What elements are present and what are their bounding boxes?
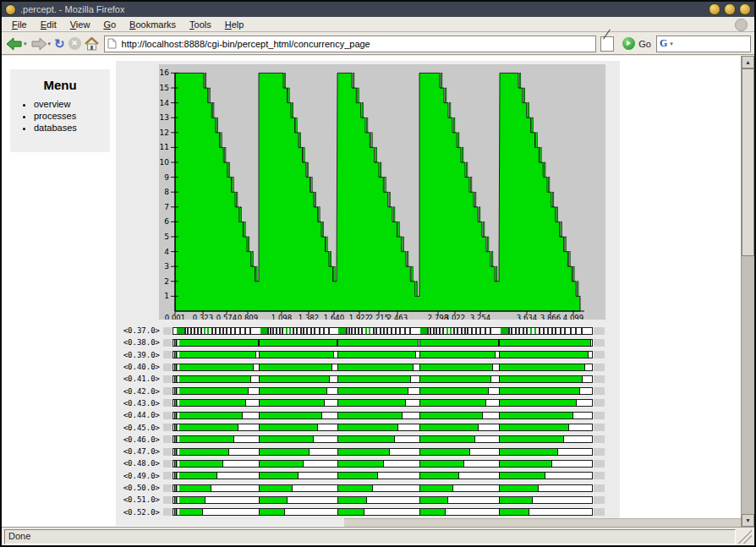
menu-edit[interactable]: Edit (34, 19, 63, 30)
activity-bar[interactable] (173, 412, 593, 419)
search-engine-caret[interactable]: ▾ (670, 41, 673, 47)
sidebar-item-overview[interactable]: overview (34, 99, 110, 109)
activity-tick (433, 328, 435, 334)
start-sliver (174, 364, 177, 370)
activity-bar[interactable] (173, 327, 593, 335)
activity-bar[interactable] (173, 387, 593, 395)
run-segment (337, 352, 416, 358)
forward-arrow-icon (30, 37, 47, 51)
svg-text:4.099: 4.099 (563, 314, 583, 320)
search-bar[interactable]: G ▾ (656, 36, 751, 52)
search-input[interactable] (675, 37, 756, 51)
reload-button[interactable]: ↻ (53, 35, 66, 53)
close-button[interactable] (739, 3, 751, 15)
run-segment (499, 473, 545, 479)
activity-bar[interactable] (173, 375, 593, 383)
activity-bar[interactable] (173, 484, 593, 492)
home-button[interactable] (84, 35, 100, 53)
activity-tick (375, 328, 377, 334)
run-segment (419, 376, 491, 382)
activity-tick (471, 328, 473, 334)
activity-bar[interactable] (173, 472, 593, 479)
run-segment (259, 424, 317, 430)
start-sliver (174, 485, 177, 491)
sidebar-item-databases[interactable]: databases (34, 123, 110, 133)
vertical-scrollbar[interactable]: ▲ ▼ (741, 56, 754, 527)
process-row: <0.48.0> (116, 457, 620, 469)
activity-tick (464, 328, 466, 334)
activity-tick (286, 328, 288, 334)
activity-bar[interactable] (173, 424, 593, 431)
horizontal-scroll-strip[interactable] (344, 518, 741, 527)
menu-go[interactable]: Go (96, 19, 123, 30)
forward-dropdown-caret[interactable]: ▾ (48, 41, 52, 47)
process-id-label: <0.46.0> (116, 435, 163, 444)
url-bar[interactable] (104, 36, 597, 52)
menu-file[interactable]: File (5, 19, 34, 30)
url-dropdown-button[interactable] (600, 36, 614, 52)
scroll-up-button[interactable]: ▲ (742, 56, 754, 68)
activity-tick (303, 328, 304, 334)
run-segment (499, 509, 529, 515)
run-segment (337, 509, 364, 515)
stop-button[interactable]: ✕ (68, 35, 82, 53)
activity-bar[interactable] (173, 435, 593, 443)
scroll-down-button[interactable]: ▼ (742, 514, 754, 527)
activity-tick (328, 328, 330, 334)
activity-tick (439, 328, 441, 334)
menu-view[interactable]: View (63, 19, 97, 30)
activity-tick (511, 328, 512, 334)
activity-bar[interactable] (173, 448, 593, 456)
page-content: Menu overview processes databases 123456… (2, 56, 754, 527)
url-input[interactable] (120, 37, 594, 51)
back-dropdown-caret[interactable]: ▾ (24, 41, 27, 47)
menu-bookmarks[interactable]: Bookmarks (123, 19, 183, 30)
sidebar-item-processes[interactable]: processes (34, 111, 110, 121)
back-arrow-icon (6, 37, 23, 51)
sidebar-title: Menu (10, 78, 110, 92)
run-segment (259, 461, 304, 467)
maximize-button[interactable] (724, 3, 736, 15)
process-id-label: <0.45.0> (116, 424, 163, 432)
activity-bar[interactable] (173, 351, 593, 358)
activity-bar[interactable] (173, 399, 593, 407)
back-button[interactable]: ▾ (5, 35, 28, 53)
process-row: <0.49.0> (116, 470, 620, 482)
process-row: <0.44.0> (116, 409, 620, 421)
activity-tick (575, 328, 577, 334)
activity-bar[interactable] (173, 364, 593, 371)
activity-tick (446, 328, 448, 334)
go-button[interactable]: Go (622, 37, 651, 50)
run-segment (259, 352, 334, 358)
activity-bar[interactable] (173, 460, 593, 468)
row-right-cap (594, 339, 605, 347)
menu-tools[interactable]: Tools (183, 19, 218, 30)
scrollbar-thumb[interactable] (742, 68, 754, 256)
start-sliver (174, 388, 177, 394)
run-segment (499, 352, 588, 358)
start-notch (178, 340, 179, 346)
activity-bar[interactable] (173, 496, 593, 504)
svg-text:15: 15 (160, 84, 169, 92)
activity-tick (530, 328, 532, 334)
run-segment (176, 449, 229, 455)
row-right-cap (594, 496, 605, 504)
activity-bar[interactable] (173, 508, 593, 516)
process-row: <0.52.0> (116, 506, 620, 517)
row-left-cap (163, 412, 172, 419)
firefox-app-icon (5, 4, 16, 15)
run-segment (419, 449, 470, 455)
run-segment (337, 497, 367, 503)
row-left-cap (163, 496, 172, 504)
activity-tick (300, 328, 302, 334)
start-notch (178, 400, 179, 406)
forward-button[interactable]: ▾ (30, 35, 52, 53)
run-segment (337, 473, 378, 479)
activity-tick (222, 328, 224, 334)
activity-bar[interactable] (173, 339, 593, 347)
resize-grip-icon[interactable] (738, 530, 752, 544)
process-row: <0.46.0> (116, 434, 620, 446)
svg-text:0.323: 0.323 (193, 314, 213, 320)
menu-help[interactable]: Help (218, 19, 251, 30)
minimize-button[interactable] (709, 3, 720, 15)
